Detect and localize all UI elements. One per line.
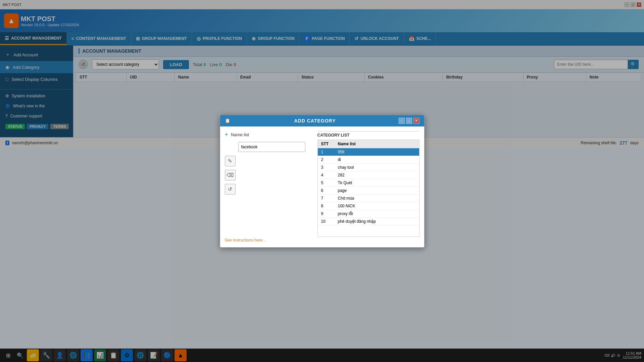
category-col-stt: STT: [318, 140, 335, 148]
modal-overlay: 📋 ADD CATEGORY − □ ✕ + Name list +: [0, 0, 644, 362]
category-table-row[interactable]: 2đi: [318, 156, 419, 163]
category-row-stt: 8: [318, 202, 335, 210]
instructions-container: See instructions here...: [225, 231, 312, 243]
instructions-link[interactable]: See instructions here...: [225, 238, 266, 243]
modal-maximize-button[interactable]: □: [406, 118, 412, 124]
category-row-name: chay tool: [335, 163, 419, 171]
category-table-row[interactable]: 5Tk Quét: [318, 179, 419, 187]
category-row-stt: 7: [318, 194, 335, 202]
category-col-name: Name list: [335, 140, 419, 148]
edit-row: ✎: [225, 156, 312, 166]
category-table-wrap[interactable]: STT Name list 19562đi3chay tool42825Tk Q…: [317, 140, 419, 237]
category-row-name: proxy lỗi: [335, 210, 419, 217]
category-row-name: 282: [335, 171, 419, 179]
edit-action-button[interactable]: ✎: [225, 156, 236, 166]
category-row-stt: 9: [318, 210, 335, 217]
category-row-stt: 2: [318, 156, 335, 163]
category-table-row[interactable]: 1956: [318, 148, 419, 156]
add-icon: +: [225, 131, 229, 138]
category-row-name: page: [335, 187, 419, 194]
delete-action-button[interactable]: ⌫: [225, 170, 236, 180]
modal-left-panel: + Name list + ✎ ⌫ ↺ See instructions he: [225, 131, 312, 243]
category-row-stt: 1: [318, 148, 335, 156]
modal-title: ADD CATEGORY: [232, 118, 399, 123]
modal-icon: 📋: [225, 118, 232, 123]
modal-right-panel: CATEGORY LIST STT Name list 19562đi3chay…: [317, 131, 419, 243]
category-table-row[interactable]: 4282: [318, 171, 419, 179]
category-row-stt: 5: [318, 179, 335, 187]
category-row-stt: 10: [318, 217, 335, 225]
name-input-row: +: [225, 142, 312, 152]
modal-minimize-button[interactable]: −: [399, 118, 405, 124]
category-table-row[interactable]: 7Chờ mùa: [318, 194, 419, 202]
modal-body: + Name list + ✎ ⌫ ↺ See instructions he: [220, 126, 424, 247]
category-row-stt: 3: [318, 163, 335, 171]
category-row-stt: 6: [318, 187, 335, 194]
category-row-stt: 4: [318, 171, 335, 179]
add-category-modal: 📋 ADD CATEGORY − □ ✕ + Name list +: [220, 115, 425, 248]
modal-controls: − □ ✕: [399, 118, 419, 124]
refresh-action-button[interactable]: ↺: [225, 184, 236, 195]
category-table-row[interactable]: 10phê duyệt đăng nhập: [318, 217, 419, 225]
category-table-row[interactable]: 6page: [318, 187, 419, 194]
category-table-row[interactable]: 9proxy lỗi: [318, 210, 419, 217]
category-row-name: Tk Quét: [335, 179, 419, 187]
category-row-name: 956: [335, 148, 419, 156]
modal-close-button[interactable]: ✕: [413, 118, 419, 124]
category-row-name: phê duyệt đăng nhập: [335, 217, 419, 225]
category-row-name: đi: [335, 156, 419, 163]
category-row-name: Chờ mùa: [335, 194, 419, 202]
category-row-name: 100 NICK: [335, 202, 419, 210]
category-list-header: CATEGORY LIST: [317, 131, 419, 138]
refresh-row: ↺: [225, 184, 312, 195]
name-list-input[interactable]: [238, 142, 305, 152]
category-table-row[interactable]: 3chay tool: [318, 163, 419, 171]
modal-titlebar: 📋 ADD CATEGORY − □ ✕: [220, 115, 424, 126]
name-list-label: + Name list: [225, 131, 312, 138]
delete-row: ⌫: [225, 170, 312, 180]
category-table-row[interactable]: 8100 NICK: [318, 202, 419, 210]
category-table: STT Name list 19562đi3chay tool42825Tk Q…: [318, 140, 419, 225]
